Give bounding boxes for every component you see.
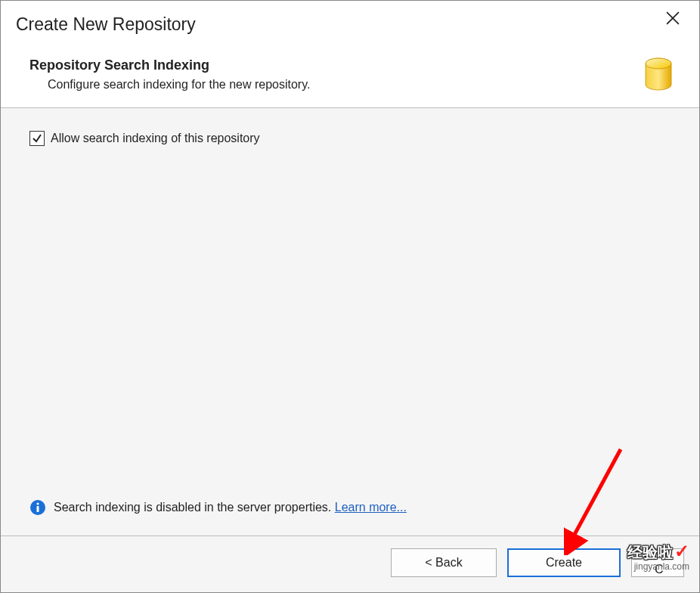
allow-indexing-checkbox[interactable] bbox=[29, 131, 45, 146]
database-icon bbox=[640, 56, 677, 92]
checkmark-icon bbox=[32, 133, 42, 144]
learn-more-link[interactable]: Learn more... bbox=[335, 501, 407, 514]
close-icon bbox=[666, 10, 680, 29]
back-button[interactable]: < Back bbox=[391, 548, 497, 577]
info-text: Search indexing is disabled in the serve… bbox=[54, 501, 407, 514]
page-subtitle: Configure search indexing for the new re… bbox=[48, 78, 640, 92]
svg-rect-6 bbox=[37, 506, 39, 512]
wizard-header: Repository Search Indexing Configure sea… bbox=[1, 48, 699, 108]
checkbox-row: Allow search indexing of this repository bbox=[29, 131, 671, 146]
dialog-title: Create New Repository bbox=[16, 14, 196, 35]
info-row: Search indexing is disabled in the serve… bbox=[29, 499, 671, 516]
dialog-window: Create New Repository Repository Search … bbox=[0, 0, 700, 593]
button-bar: < Back Create C bbox=[1, 536, 699, 592]
info-icon bbox=[29, 499, 46, 516]
header-text: Repository Search Indexing Configure sea… bbox=[29, 57, 640, 92]
info-message: Search indexing is disabled in the serve… bbox=[54, 501, 335, 514]
titlebar: Create New Repository bbox=[1, 1, 699, 48]
cancel-label-partial: C bbox=[655, 563, 664, 576]
create-button[interactable]: Create bbox=[507, 548, 621, 577]
page-title: Repository Search Indexing bbox=[29, 57, 640, 73]
spacer bbox=[29, 146, 671, 499]
svg-point-3 bbox=[646, 58, 671, 69]
svg-point-5 bbox=[36, 502, 39, 505]
cancel-button[interactable]: C bbox=[631, 548, 684, 577]
checkbox-label: Allow search indexing of this repository bbox=[51, 132, 260, 145]
close-button[interactable] bbox=[660, 8, 686, 31]
content-area: Allow search indexing of this repository… bbox=[1, 108, 699, 536]
